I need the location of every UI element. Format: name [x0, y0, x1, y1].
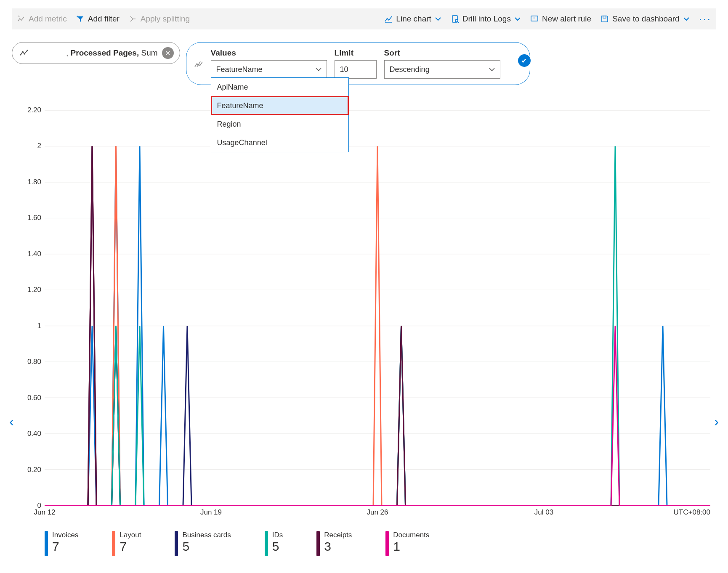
- x-axis: UTC+08:00 Jun 12Jun 19Jun 26Jul 03: [45, 508, 710, 520]
- chevron-down-icon: [435, 16, 441, 21]
- values-value: FeatureName: [216, 65, 263, 74]
- apply-splitting-label: Apply splitting: [141, 14, 190, 24]
- drill-logs-button[interactable]: Drill into Logs: [451, 14, 521, 24]
- y-tick: 0.80: [18, 358, 41, 366]
- svg-point-9: [24, 53, 25, 54]
- y-tick: 2: [18, 142, 41, 150]
- y-tick: 1: [18, 322, 41, 330]
- alert-icon: !: [530, 15, 539, 23]
- remove-metric-button[interactable]: ✕: [162, 47, 174, 59]
- filter-icon: +: [76, 15, 85, 23]
- y-tick: 0.20: [18, 466, 41, 474]
- drill-logs-label: Drill into Logs: [462, 14, 511, 24]
- metric-icon: [20, 49, 28, 57]
- legend-item[interactable]: IDs 5: [265, 531, 283, 556]
- legend-item[interactable]: Layout 7: [112, 531, 141, 556]
- logs-icon: [451, 15, 459, 23]
- limit-input[interactable]: [335, 60, 377, 79]
- legend-name: Documents: [393, 531, 429, 539]
- values-select[interactable]: FeatureName: [211, 60, 327, 79]
- svg-point-8: [22, 51, 23, 52]
- legend-value: 7: [52, 539, 78, 554]
- new-alert-button[interactable]: ! New alert rule: [530, 14, 591, 24]
- add-metric-button[interactable]: + Add metric: [17, 14, 67, 24]
- legend-name: Layout: [120, 531, 141, 539]
- values-option[interactable]: FeatureName: [211, 96, 348, 115]
- legend-value: 5: [272, 539, 283, 554]
- sort-label: Sort: [384, 48, 500, 58]
- legend-swatch: [175, 531, 178, 556]
- save-dashboard-button[interactable]: Save to dashboard: [600, 14, 690, 24]
- toolbar: + Add metric + Add filter Apply splittin…: [12, 8, 716, 29]
- svg-point-7: [20, 54, 21, 55]
- add-metric-icon: +: [17, 15, 25, 23]
- x-tick: Jun 12: [34, 508, 55, 517]
- line-chart-icon: [384, 15, 393, 23]
- legend-value: 1: [393, 539, 429, 554]
- limit-label: Limit: [335, 48, 377, 58]
- sort-select[interactable]: Descending: [384, 60, 500, 79]
- values-label: Values: [211, 48, 327, 58]
- legend-name: Invoices: [52, 531, 78, 539]
- legend-name: Receipts: [324, 531, 352, 539]
- chevron-down-icon: [316, 67, 321, 72]
- chart-type-button[interactable]: Line chart: [384, 14, 441, 24]
- values-option[interactable]: Region: [211, 115, 348, 133]
- legend-value: 7: [120, 539, 141, 554]
- scroll-left-button[interactable]: ‹: [9, 413, 14, 430]
- confirm-split-button[interactable]: ✔: [518, 54, 531, 67]
- timezone-label: UTC+08:00: [674, 508, 710, 517]
- legend: Invoices 7 Layout 7 Business cards 5 IDs…: [45, 531, 716, 556]
- legend-item[interactable]: Invoices 7: [45, 531, 78, 556]
- svg-text:+: +: [18, 15, 20, 19]
- values-option[interactable]: UsageChannel: [211, 133, 348, 152]
- split-icon: [129, 15, 137, 23]
- svg-point-10: [27, 50, 28, 51]
- metric-pill[interactable]: , Processed Pages, Sum ✕: [12, 42, 180, 64]
- legend-swatch: [316, 531, 320, 556]
- y-tick: 1.80: [18, 178, 41, 186]
- chevron-down-icon: [514, 16, 521, 21]
- chevron-down-icon: [683, 16, 690, 21]
- legend-swatch: [112, 531, 115, 556]
- chart-svg: [45, 110, 710, 506]
- scroll-right-button[interactable]: ›: [714, 413, 719, 430]
- values-option[interactable]: ApiName: [211, 78, 348, 96]
- values-dropdown: ApiNameFeatureNameRegionUsageChannel: [211, 77, 349, 152]
- sort-value: Descending: [390, 65, 430, 74]
- metric-scope: , Processed Pages, Sum: [66, 48, 158, 58]
- y-tick: 1.60: [18, 214, 41, 222]
- new-alert-label: New alert rule: [542, 14, 591, 24]
- chart-plot: 2.2021.801.601.401.2010.800.600.400.200: [45, 110, 710, 506]
- add-metric-label: Add metric: [29, 14, 67, 24]
- legend-name: Business cards: [182, 531, 231, 539]
- y-tick: 1.20: [18, 286, 41, 294]
- save-icon: [600, 15, 609, 23]
- legend-item[interactable]: Receipts 3: [316, 531, 352, 556]
- more-button[interactable]: ···: [699, 17, 711, 21]
- svg-text:!: !: [533, 16, 534, 21]
- legend-item[interactable]: Documents 1: [385, 531, 429, 556]
- svg-text:+: +: [77, 15, 79, 19]
- y-tick: 0.40: [18, 430, 41, 438]
- chart-type-label: Line chart: [396, 14, 431, 24]
- legend-swatch: [265, 531, 268, 556]
- legend-swatch: [385, 531, 389, 556]
- save-dashboard-label: Save to dashboard: [612, 14, 680, 24]
- legend-value: 5: [182, 539, 231, 554]
- x-tick: Jun 26: [367, 508, 388, 517]
- y-tick: 2.20: [18, 106, 41, 114]
- split-lead-icon: [194, 59, 203, 68]
- apply-splitting-button[interactable]: Apply splitting: [129, 14, 190, 24]
- add-filter-label: Add filter: [88, 14, 120, 24]
- y-tick: 0.60: [18, 394, 41, 402]
- x-tick: Jun 19: [200, 508, 222, 517]
- add-filter-button[interactable]: + Add filter: [76, 14, 120, 24]
- legend-value: 3: [324, 539, 352, 554]
- y-tick: 1.40: [18, 250, 41, 258]
- x-tick: Jul 03: [534, 508, 553, 517]
- legend-item[interactable]: Business cards 5: [175, 531, 231, 556]
- chevron-down-icon: [489, 67, 495, 72]
- legend-swatch: [45, 531, 48, 556]
- legend-name: IDs: [272, 531, 283, 539]
